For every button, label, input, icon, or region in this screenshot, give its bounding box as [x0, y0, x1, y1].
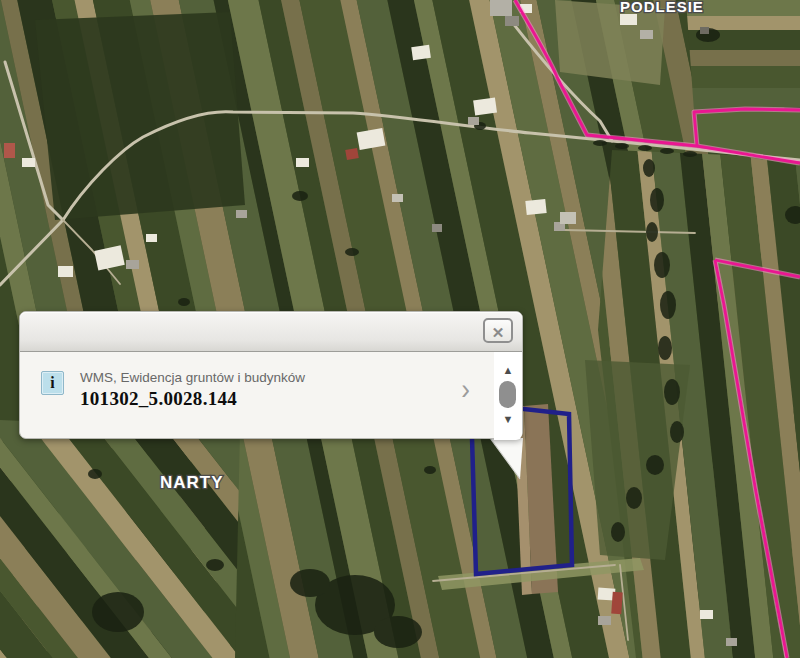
popup-texts: WMS, Ewidencja gruntów i budynków 101302… — [80, 369, 305, 410]
scroll-up-icon[interactable]: ▲ — [494, 365, 522, 376]
feature-info-popup: ✕ i WMS, Ewidencja gruntów i budynków 10… — [19, 311, 523, 439]
scroll-thumb[interactable] — [499, 381, 516, 408]
popup-body: i WMS, Ewidencja gruntów i budynków 1013… — [20, 352, 522, 440]
close-button[interactable]: ✕ — [483, 318, 513, 343]
place-label-podlesie: PODLESIE — [620, 0, 704, 15]
scroll-down-icon[interactable]: ▼ — [494, 414, 522, 425]
field-strips-top-right — [686, 0, 800, 112]
popup-scrollbar[interactable]: ▲ ▼ — [494, 352, 522, 440]
info-icon: i — [41, 371, 64, 395]
popup-title-bar: ✕ — [20, 312, 522, 352]
map-viewport[interactable]: PODLESIE NARTY ✕ i WMS, Ewidencja gruntó… — [0, 0, 800, 658]
feature-id: 101302_5.0028.144 — [80, 387, 305, 410]
place-label-narty: NARTY — [160, 473, 224, 492]
popup-content: i WMS, Ewidencja gruntów i budynków 1013… — [20, 352, 522, 410]
layer-title: WMS, Ewidencja gruntów i budynków — [80, 369, 305, 386]
expand-chevron-icon[interactable]: › — [461, 375, 470, 404]
